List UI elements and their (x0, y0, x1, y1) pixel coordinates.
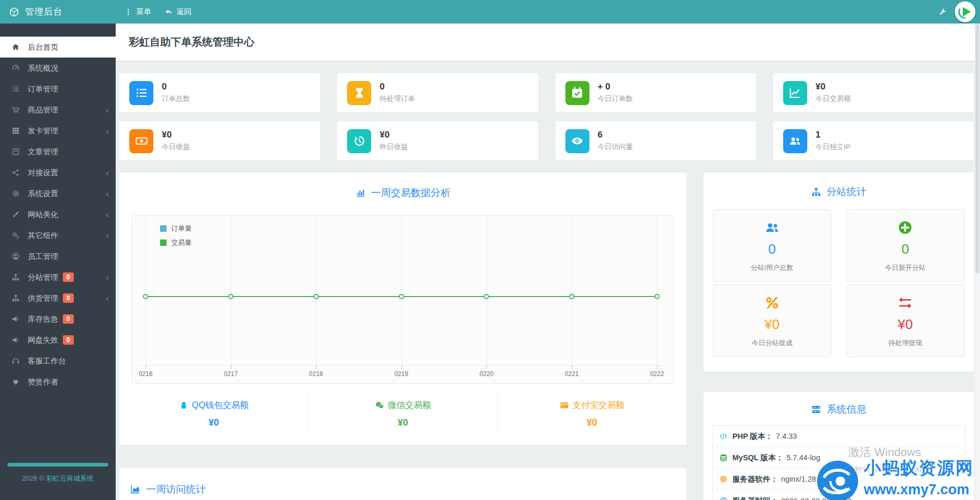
legend-item-orders[interactable]: 订单量 (160, 224, 192, 233)
left-column: 一周交易数据分析 (119, 173, 686, 500)
sidebar-item-label: 对接设置 (28, 168, 58, 178)
sidebar-item-staff[interactable]: 员工管理 (0, 246, 116, 267)
sidebar-item-label: 员工管理 (28, 252, 58, 262)
chart-legend: 订单量 交易量 (160, 224, 192, 247)
x-tick-label: 0217 (224, 370, 238, 378)
stat-card-today-visits: 6 今日访问量 (555, 121, 756, 161)
branch-cell-today-commission: ¥0 今日分站提成 (713, 285, 831, 357)
sidebar-item-label: 其它组件 (28, 231, 58, 241)
wechat-icon (375, 401, 384, 410)
menu-toggle-button[interactable]: 菜单 (118, 0, 158, 24)
legend-item-trades[interactable]: 交易量 (160, 238, 192, 247)
scrollbar-thumb[interactable] (975, 24, 979, 274)
sidebar-item-overview[interactable]: 系统概况 (0, 58, 116, 78)
topbar: 管理后台 菜单 返回 (0, 0, 980, 24)
list-ol-icon (129, 81, 153, 105)
x-tick-label: 0218 (309, 370, 323, 378)
chevron-left-icon: ‹ (106, 210, 109, 219)
stat-cards: 0 订单总数 0 待处理订单 + 0 今日订单数 ¥0 今日交易额 (119, 73, 974, 161)
sidebar-item-branch-sites[interactable]: 分站管理 0 ‹ (0, 267, 116, 288)
stat-value: 0 (380, 82, 415, 92)
weekly-trade-title: 一周交易数据分析 (119, 186, 686, 200)
chevron-left-icon: ‹ (106, 294, 109, 303)
back-button-label: 返回 (176, 7, 192, 17)
area-chart-icon (130, 484, 141, 495)
vertical-scrollbar[interactable] (975, 24, 980, 500)
cell-label: 今日新开分站 (847, 263, 964, 272)
sidebar-item-api-settings[interactable]: 对接设置 ‹ (0, 162, 116, 183)
payment-value: ¥0 (498, 417, 686, 428)
sidebar-item-netdisk-invalid[interactable]: 网盘失效 0 (0, 329, 116, 350)
plus-circle-icon (897, 220, 913, 235)
code-icon (719, 432, 728, 440)
bullhorn-icon (12, 315, 20, 323)
sidebar-item-supply[interactable]: 供货管理 0 ‹ (0, 288, 116, 309)
video-app-overlay-logo (954, 1, 976, 22)
list-icon (12, 85, 20, 93)
chart-gridline (231, 216, 231, 366)
payment-value: ¥0 (308, 417, 497, 428)
payment-label: QQ钱包交易额 (192, 400, 249, 411)
sidebar-item-label: 发卡管理 (28, 126, 58, 136)
grid-icon (12, 127, 20, 135)
chevron-left-icon: ‹ (106, 168, 109, 177)
stat-card-today-income: ¥0 今日收益 (119, 121, 320, 161)
alipay-heading: 支付宝交易额 (560, 400, 625, 411)
sidebar-item-site-beautify[interactable]: 网站美化 ‹ (0, 204, 116, 225)
menu-toggle-label: 菜单 (136, 7, 151, 17)
tools-button[interactable] (931, 8, 954, 16)
branch-cell-total-users: 0 分站/用户总数 (713, 209, 831, 282)
data-point-marker (314, 294, 319, 299)
app-brand[interactable]: 管理后台 (0, 6, 116, 18)
bullhorn-icon (12, 336, 20, 344)
cell-value: ¥0 (847, 316, 964, 333)
exchange-icon (897, 295, 913, 311)
back-button[interactable]: 返回 (158, 0, 198, 24)
book-icon (12, 147, 20, 156)
copyright-brand-link[interactable]: 彩虹云商城系统 (46, 474, 94, 482)
stat-card-pending-orders: 0 待处理订单 (337, 73, 538, 112)
payment-value: ¥0 (119, 417, 308, 428)
content: 0 订单总数 0 待处理订单 + 0 今日订单数 ¥0 今日交易额 (116, 61, 980, 500)
branch-stats-grid: 0 分站/用户总数 0 今日新开分站 ¥0 今日分站提成 (712, 209, 965, 357)
sidebar-item-orders[interactable]: 订单管理 (0, 78, 116, 99)
x-tick-label: 0220 (480, 370, 494, 378)
sidebar-item-donate-author[interactable]: 赞赏作者 (0, 371, 116, 392)
chevron-left-icon: ‹ (106, 273, 109, 282)
sidebar-item-system-settings[interactable]: 系统设置 ‹ (0, 183, 116, 204)
chart-gridline (657, 216, 658, 366)
sidebar-item-support-workbench[interactable]: 客服工作台 (0, 350, 116, 371)
sidebar-item-home[interactable]: 后台首页 (0, 37, 116, 58)
data-point-marker (484, 294, 489, 299)
app-brand-label: 管理后台 (25, 6, 63, 18)
topbar-nav: 菜单 返回 (118, 0, 198, 24)
x-tick-label: 0216 (139, 370, 153, 378)
stat-value: + 0 (598, 82, 633, 92)
database-icon (719, 453, 728, 462)
calendar-check-icon (565, 81, 589, 105)
users-icon (764, 220, 780, 235)
site-watermark-name: 小蚂蚁资源网 (864, 457, 974, 480)
legend-swatch-orders (160, 225, 166, 232)
stat-value: 1 (816, 130, 851, 140)
legend-label: 交易量 (171, 238, 192, 247)
chart-plot-area: 0216 0217 0218 0219 0220 0221 0222 订单量 (146, 216, 657, 366)
gear-icon (12, 189, 20, 198)
clock-icon (719, 497, 728, 500)
sidebar-item-other-components[interactable]: 其它组件 ‹ (0, 225, 116, 246)
sidebar-item-card-issuing[interactable]: 发卡管理 ‹ (0, 120, 116, 141)
bar-chart-icon (355, 188, 366, 198)
sidebar-item-articles[interactable]: 文章管理 (0, 141, 116, 162)
chart-gridline (316, 216, 317, 366)
sidebar-item-label: 订单管理 (28, 84, 58, 94)
sidebar-item-stock-alert[interactable]: 库存告急 0 (0, 309, 116, 329)
payment-label: 微信交易额 (388, 400, 431, 411)
page-header: 彩虹自助下单系统管理中心 (116, 24, 980, 61)
history-icon (347, 129, 371, 153)
chart-gridline (402, 216, 402, 366)
x-tick-label: 0219 (394, 370, 408, 378)
system-row-label: 服务器时间： (732, 496, 778, 500)
legend-swatch-trades (160, 240, 166, 246)
sidebar-item-products[interactable]: 商品管理 ‹ (0, 99, 116, 120)
stat-label: 今日访问量 (598, 142, 633, 152)
